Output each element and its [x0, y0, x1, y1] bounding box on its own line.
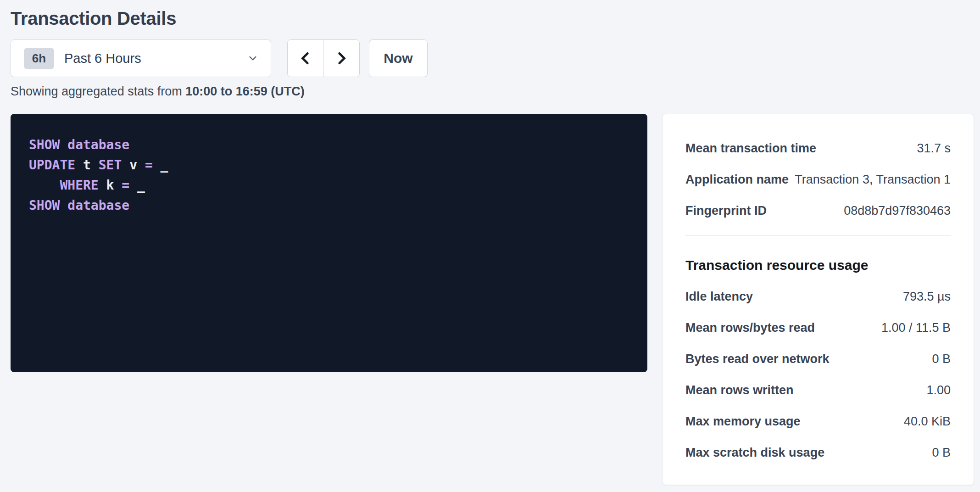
sql-token: WHERE — [60, 178, 98, 193]
sql-token: SET — [99, 157, 122, 173]
main-content: SHOW database UPDATE t SET v = _ WHERE k… — [11, 114, 980, 485]
sql-line: UPDATE t SET v = _ — [29, 155, 629, 175]
stat-label: Max scratch disk usage — [685, 446, 824, 460]
aggregation-note-range: 10:00 to 16:59 (UTC) — [185, 84, 305, 98]
stat-value: 0 B — [932, 446, 951, 460]
stat-row: Mean rows written 1.00 — [685, 375, 951, 406]
panel-divider — [685, 235, 951, 236]
time-pager — [287, 39, 360, 77]
page-title: Transaction Details — [11, 7, 980, 29]
prev-time-button[interactable] — [288, 40, 323, 77]
sql-token: UPDATE — [29, 157, 75, 173]
stat-row: Mean transaction time 31.7 s — [685, 133, 951, 164]
sql-line: SHOW database — [29, 196, 629, 216]
sql-token: SHOW database — [29, 137, 129, 152]
time-range-select[interactable]: 6h Past 6 Hours — [11, 39, 271, 77]
stat-row: Max scratch disk usage 0 B — [685, 437, 951, 468]
stat-value: 793.5 µs — [903, 290, 951, 304]
stat-row: Max memory usage 40.0 KiB — [685, 406, 951, 437]
time-range-label: Past 6 Hours — [64, 51, 247, 66]
time-range-badge: 6h — [24, 48, 54, 69]
stat-value: 1.00 / 11.5 B — [881, 321, 951, 335]
transaction-summary-panel: Mean transaction time 31.7 s Application… — [662, 114, 974, 485]
stat-row: Fingerprint ID 08d8b7d97f830463 — [685, 195, 951, 226]
sql-token: _ — [153, 157, 168, 173]
sql-token: = — [122, 178, 129, 193]
next-time-button[interactable] — [323, 40, 359, 77]
stat-label: Mean rows/bytes read — [685, 321, 815, 335]
stat-value: 31.7 s — [917, 141, 951, 156]
stat-value: Transaction 3, Transaction 1 — [795, 173, 951, 187]
stat-row: Mean rows/bytes read 1.00 / 11.5 B — [685, 312, 951, 343]
stat-label: Idle latency — [685, 290, 753, 304]
chevron-right-icon — [334, 50, 349, 66]
stat-row: Bytes read over network 0 B — [685, 343, 951, 375]
sql-line: WHERE k = _ — [29, 175, 629, 196]
time-controls: 6h Past 6 Hours Now — [11, 39, 980, 77]
stat-label: Mean rows written — [685, 383, 794, 397]
chevron-left-icon — [298, 50, 313, 66]
stat-row: Application name Transaction 3, Transact… — [685, 164, 951, 195]
sql-token: k — [99, 178, 122, 193]
stat-value: 1.00 — [926, 383, 951, 397]
stat-label: Fingerprint ID — [685, 204, 767, 218]
aggregation-note: Showing aggregated stats from 10:00 to 1… — [11, 84, 980, 99]
sql-token: v — [122, 157, 145, 173]
transaction-details-page: Transaction Details 6h Past 6 Hours Now … — [0, 0, 980, 485]
sql-token — [29, 178, 60, 193]
sql-statement-box: SHOW database UPDATE t SET v = _ WHERE k… — [11, 114, 647, 372]
stat-value: 40.0 KiB — [904, 414, 951, 429]
sql-token: t — [75, 157, 99, 173]
chevron-down-icon — [247, 52, 259, 64]
stat-label: Bytes read over network — [685, 352, 830, 366]
stat-row: Idle latency 793.5 µs — [685, 281, 951, 312]
sql-line: SHOW database — [29, 135, 629, 155]
sql-token: _ — [129, 178, 145, 193]
resource-rows: Idle latency 793.5 µs Mean rows/bytes re… — [685, 281, 951, 468]
stat-value: 08d8b7d97f830463 — [844, 204, 951, 218]
sql-token: = — [145, 157, 153, 173]
stat-label: Max memory usage — [685, 414, 801, 429]
aggregation-note-prefix: Showing aggregated stats from — [11, 84, 185, 98]
now-button[interactable]: Now — [369, 39, 428, 77]
stat-value: 0 B — [932, 352, 951, 366]
stat-label: Mean transaction time — [685, 141, 816, 156]
resource-usage-heading: Transaction resource usage — [685, 256, 951, 274]
sql-token: SHOW database — [29, 198, 129, 213]
stat-label: Application name — [685, 173, 789, 187]
